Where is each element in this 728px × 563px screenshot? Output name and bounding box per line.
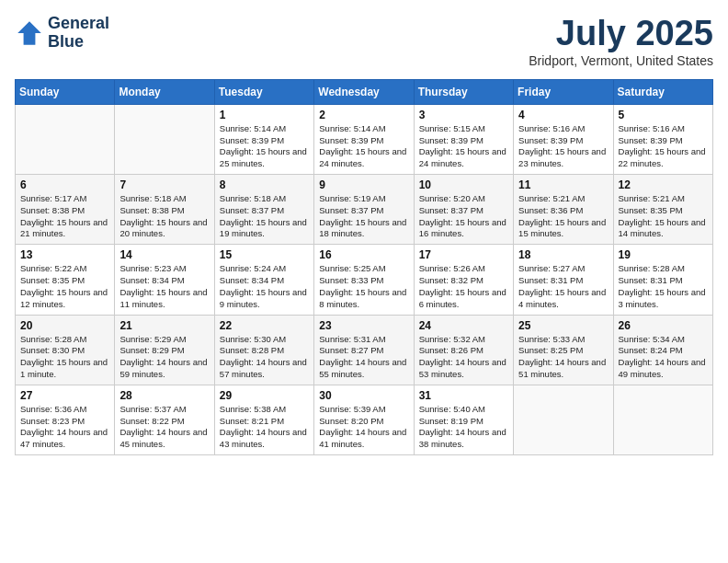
calendar-cell: 30Sunrise: 5:39 AM Sunset: 8:20 PM Dayli… (314, 385, 414, 454)
day-number: 11 (518, 178, 608, 191)
calendar-cell: 11Sunrise: 5:21 AM Sunset: 8:36 PM Dayli… (514, 175, 613, 245)
page-header: General Blue July 2025 Bridport, Vermont… (15, 15, 713, 68)
day-number: 4 (518, 109, 608, 121)
day-number: 25 (518, 319, 608, 332)
day-number: 30 (319, 389, 408, 402)
calendar-week-1: 1Sunrise: 5:14 AM Sunset: 8:39 PM Daylig… (16, 104, 713, 174)
day-number: 17 (419, 248, 508, 261)
day-number: 22 (220, 319, 309, 332)
calendar-cell: 24Sunrise: 5:32 AM Sunset: 8:26 PM Dayli… (414, 315, 513, 385)
day-info: Sunrise: 5:29 AM Sunset: 8:29 PM Dayligh… (119, 334, 209, 381)
day-number: 21 (119, 319, 209, 332)
calendar-cell: 16Sunrise: 5:25 AM Sunset: 8:33 PM Dayli… (314, 245, 414, 315)
day-number: 28 (119, 389, 209, 402)
calendar-cell: 7Sunrise: 5:18 AM Sunset: 8:38 PM Daylig… (115, 175, 214, 245)
day-number: 3 (419, 109, 508, 121)
calendar-week-5: 27Sunrise: 5:36 AM Sunset: 8:23 PM Dayli… (16, 385, 713, 454)
day-number: 1 (220, 109, 309, 121)
day-info: Sunrise: 5:40 AM Sunset: 8:19 PM Dayligh… (419, 404, 508, 451)
day-info: Sunrise: 5:38 AM Sunset: 8:21 PM Dayligh… (220, 404, 309, 451)
day-number: 31 (419, 389, 508, 402)
day-info: Sunrise: 5:32 AM Sunset: 8:26 PM Dayligh… (419, 334, 508, 381)
day-number: 19 (619, 248, 708, 261)
calendar-cell: 26Sunrise: 5:34 AM Sunset: 8:24 PM Dayli… (613, 315, 712, 385)
day-number: 15 (220, 248, 309, 261)
weekday-header-thursday: Thursday (414, 79, 513, 104)
day-info: Sunrise: 5:30 AM Sunset: 8:28 PM Dayligh… (220, 334, 309, 381)
calendar-week-4: 20Sunrise: 5:28 AM Sunset: 8:30 PM Dayli… (16, 315, 713, 385)
calendar-cell: 12Sunrise: 5:21 AM Sunset: 8:35 PM Dayli… (613, 175, 712, 245)
day-number: 6 (20, 178, 109, 191)
day-info: Sunrise: 5:36 AM Sunset: 8:23 PM Dayligh… (20, 404, 109, 451)
calendar-cell: 31Sunrise: 5:40 AM Sunset: 8:19 PM Dayli… (414, 385, 513, 454)
weekday-header-saturday: Saturday (613, 79, 712, 104)
weekday-header-monday: Monday (115, 79, 214, 104)
weekday-header-friday: Friday (514, 79, 613, 104)
day-info: Sunrise: 5:18 AM Sunset: 8:37 PM Dayligh… (220, 193, 309, 240)
day-info: Sunrise: 5:28 AM Sunset: 8:30 PM Dayligh… (20, 334, 109, 381)
weekday-header-row: SundayMondayTuesdayWednesdayThursdayFrid… (16, 79, 713, 104)
day-info: Sunrise: 5:24 AM Sunset: 8:34 PM Dayligh… (220, 263, 309, 310)
day-number: 23 (319, 319, 408, 332)
day-info: Sunrise: 5:25 AM Sunset: 8:33 PM Dayligh… (319, 263, 408, 310)
day-number: 5 (619, 109, 708, 121)
logo-icon (15, 18, 44, 48)
calendar-cell: 18Sunrise: 5:27 AM Sunset: 8:31 PM Dayli… (514, 245, 613, 315)
weekday-header-tuesday: Tuesday (214, 79, 313, 104)
day-number: 18 (518, 248, 608, 261)
calendar-cell: 27Sunrise: 5:36 AM Sunset: 8:23 PM Dayli… (16, 385, 115, 454)
calendar-table: SundayMondayTuesdayWednesdayThursdayFrid… (15, 79, 713, 455)
day-info: Sunrise: 5:22 AM Sunset: 8:35 PM Dayligh… (20, 263, 109, 310)
calendar-cell: 9Sunrise: 5:19 AM Sunset: 8:37 PM Daylig… (314, 175, 414, 245)
calendar-cell: 5Sunrise: 5:16 AM Sunset: 8:39 PM Daylig… (613, 104, 712, 174)
day-number: 8 (220, 178, 309, 191)
day-number: 24 (419, 319, 508, 332)
calendar-cell: 28Sunrise: 5:37 AM Sunset: 8:22 PM Dayli… (115, 385, 214, 454)
day-info: Sunrise: 5:19 AM Sunset: 8:37 PM Dayligh… (319, 193, 408, 240)
calendar-cell: 25Sunrise: 5:33 AM Sunset: 8:25 PM Dayli… (514, 315, 613, 385)
calendar-cell: 4Sunrise: 5:16 AM Sunset: 8:39 PM Daylig… (514, 104, 613, 174)
day-number: 26 (619, 319, 708, 332)
day-info: Sunrise: 5:34 AM Sunset: 8:24 PM Dayligh… (619, 334, 708, 381)
day-info: Sunrise: 5:37 AM Sunset: 8:22 PM Dayligh… (119, 404, 209, 451)
calendar-cell: 13Sunrise: 5:22 AM Sunset: 8:35 PM Dayli… (16, 245, 115, 315)
location: Bridport, Vermont, United States (529, 53, 713, 68)
day-info: Sunrise: 5:33 AM Sunset: 8:25 PM Dayligh… (518, 334, 608, 381)
day-info: Sunrise: 5:14 AM Sunset: 8:39 PM Dayligh… (319, 123, 408, 170)
day-number: 10 (419, 178, 508, 191)
svg-marker-0 (17, 21, 41, 45)
day-number: 12 (619, 178, 708, 191)
month-title: July 2025 (529, 15, 713, 53)
calendar-cell: 10Sunrise: 5:20 AM Sunset: 8:37 PM Dayli… (414, 175, 513, 245)
logo-text: General Blue (48, 15, 109, 52)
day-number: 14 (119, 248, 209, 261)
calendar-week-3: 13Sunrise: 5:22 AM Sunset: 8:35 PM Dayli… (16, 245, 713, 315)
calendar-cell (16, 104, 115, 174)
calendar-cell: 21Sunrise: 5:29 AM Sunset: 8:29 PM Dayli… (115, 315, 214, 385)
calendar-cell: 1Sunrise: 5:14 AM Sunset: 8:39 PM Daylig… (214, 104, 313, 174)
calendar-cell: 17Sunrise: 5:26 AM Sunset: 8:32 PM Dayli… (414, 245, 513, 315)
day-number: 20 (20, 319, 109, 332)
day-info: Sunrise: 5:15 AM Sunset: 8:39 PM Dayligh… (419, 123, 508, 170)
weekday-header-wednesday: Wednesday (314, 79, 414, 104)
day-info: Sunrise: 5:31 AM Sunset: 8:27 PM Dayligh… (319, 334, 408, 381)
calendar-cell: 15Sunrise: 5:24 AM Sunset: 8:34 PM Dayli… (214, 245, 313, 315)
calendar-cell: 20Sunrise: 5:28 AM Sunset: 8:30 PM Dayli… (16, 315, 115, 385)
calendar-week-2: 6Sunrise: 5:17 AM Sunset: 8:38 PM Daylig… (16, 175, 713, 245)
calendar-cell (115, 104, 214, 174)
title-block: July 2025 Bridport, Vermont, United Stat… (529, 15, 713, 68)
weekday-header-sunday: Sunday (16, 79, 115, 104)
day-info: Sunrise: 5:27 AM Sunset: 8:31 PM Dayligh… (518, 263, 608, 310)
day-number: 27 (20, 389, 109, 402)
day-number: 9 (319, 178, 408, 191)
calendar-cell: 23Sunrise: 5:31 AM Sunset: 8:27 PM Dayli… (314, 315, 414, 385)
day-info: Sunrise: 5:16 AM Sunset: 8:39 PM Dayligh… (518, 123, 608, 170)
calendar-cell: 19Sunrise: 5:28 AM Sunset: 8:31 PM Dayli… (613, 245, 712, 315)
day-number: 7 (119, 178, 209, 191)
day-number: 13 (20, 248, 109, 261)
day-info: Sunrise: 5:23 AM Sunset: 8:34 PM Dayligh… (119, 263, 209, 310)
day-number: 29 (220, 389, 309, 402)
day-info: Sunrise: 5:17 AM Sunset: 8:38 PM Dayligh… (20, 193, 109, 240)
calendar-cell: 29Sunrise: 5:38 AM Sunset: 8:21 PM Dayli… (214, 385, 313, 454)
calendar-cell (613, 385, 712, 454)
